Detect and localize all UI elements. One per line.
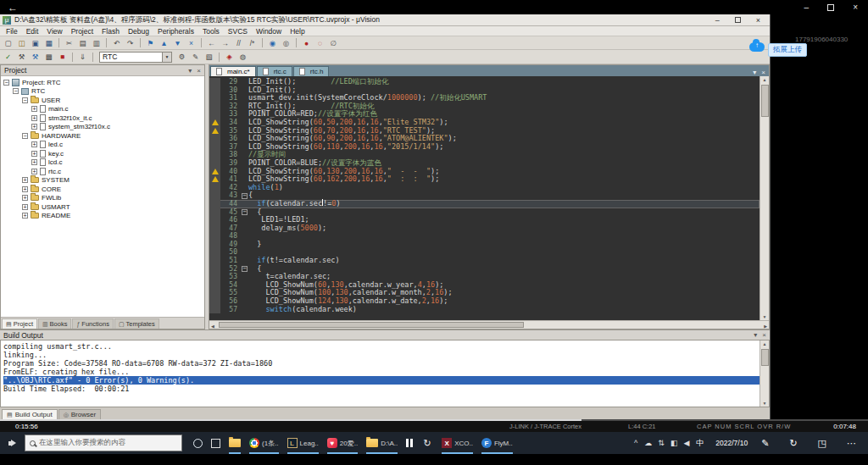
output-line[interactable]: compiling usmart_str.c...	[3, 342, 760, 351]
panel-tab-books[interactable]: ▥Books	[38, 318, 71, 329]
panel-close-icon[interactable]: ×	[762, 331, 766, 339]
player-pause-button[interactable]	[402, 432, 417, 454]
speaker-icon[interactable]	[8, 440, 16, 446]
comment-icon[interactable]: //	[232, 37, 245, 48]
editor-tab-main-c[interactable]: main.c*	[210, 66, 256, 76]
expander-icon[interactable]: +	[31, 159, 37, 165]
output-line[interactable]: Build Time Elapsed: 00:00:21	[3, 385, 760, 393]
expander-icon[interactable]: +	[22, 204, 28, 210]
collapse-icon[interactable]: −	[242, 209, 248, 215]
menu-window[interactable]: Window	[252, 27, 286, 36]
expander-icon[interactable]: +	[22, 177, 28, 183]
tray-cloud-icon[interactable]: ☁	[644, 439, 652, 447]
scroll-down-icon[interactable]: ▼	[763, 313, 767, 320]
code-line[interactable]: 47 delay_ms(5000);	[209, 224, 760, 233]
tree-item-user[interactable]: −USER	[1, 96, 204, 105]
tray-expand-icon[interactable]: ^	[634, 439, 637, 447]
code-line[interactable]: 48	[209, 232, 760, 241]
clear-bookmarks-icon[interactable]: ×	[185, 37, 198, 48]
ime-indicator[interactable]: 中	[696, 438, 704, 449]
scrollbar-thumb[interactable]	[761, 349, 769, 366]
menu-edit[interactable]: Edit	[22, 27, 43, 36]
cortana-button[interactable]	[189, 432, 207, 454]
menu-project[interactable]: Project	[67, 27, 97, 36]
disable-breakpoints-icon[interactable]: ◌	[314, 37, 326, 48]
scroll-left-icon[interactable]: ◀	[211, 323, 214, 329]
output-line[interactable]: "..\OBJ\RTC.axf" - 0 Error(s), 0 Warning…	[3, 376, 760, 385]
editor-close-icon[interactable]: ×	[761, 69, 765, 76]
code-line[interactable]: 42while(1)	[209, 184, 760, 192]
upload-button[interactable]: 拓展上传	[768, 43, 807, 57]
fullscreen-icon[interactable]: ◳	[818, 438, 826, 449]
expander-icon[interactable]: +	[31, 151, 37, 157]
tree-item-key-c[interactable]: +key.c	[1, 149, 204, 158]
expander-icon[interactable]: +	[22, 195, 28, 201]
tree-item-readme[interactable]: +README	[1, 212, 204, 221]
expander-icon[interactable]: +	[22, 213, 28, 219]
cut-icon[interactable]: ✂	[63, 37, 75, 48]
build-icon[interactable]: ⚒	[15, 52, 28, 63]
outdent-icon[interactable]: ←	[205, 37, 218, 48]
expander-icon[interactable]: +	[22, 186, 28, 192]
menu-debug[interactable]: Debug	[124, 27, 153, 36]
breakpoint-icon[interactable]: ●	[300, 37, 313, 48]
file-explorer-button[interactable]	[225, 432, 245, 454]
tray-sync-icon[interactable]: ⇅	[658, 439, 665, 447]
clear-breakpoints-icon[interactable]: ∅	[327, 37, 340, 48]
menu-file[interactable]: File	[2, 27, 22, 36]
maximize-icon[interactable]	[827, 4, 834, 11]
uncomment-icon[interactable]: /*	[246, 37, 259, 48]
tree-item-project-rtc[interactable]: −Project: RTC	[1, 78, 204, 87]
tree-item-led-c[interactable]: +led.c	[1, 141, 204, 150]
panel-close-icon[interactable]: ×	[197, 67, 201, 75]
rotate-icon[interactable]: ↻	[789, 438, 797, 449]
copy-icon[interactable]: ▤	[76, 37, 89, 48]
scroll-up-icon[interactable]: ▲	[763, 340, 767, 347]
panel-menu-icon[interactable]: ▾	[754, 331, 757, 339]
menu-tools[interactable]: Tools	[198, 27, 224, 36]
tree-item-main-c[interactable]: +main.c	[1, 105, 204, 114]
output-line[interactable]: FromELF: creating hex file...	[3, 368, 760, 376]
code-line[interactable]: 41LCD_ShowString(60,162,200,16,16," : : …	[209, 175, 760, 184]
task-view-button[interactable]	[207, 432, 225, 454]
editor-vertical-scrollbar[interactable]: ▲ ▼	[760, 76, 769, 320]
new-file-icon[interactable]: ▢	[2, 37, 14, 48]
chrome-button[interactable]: (1条..	[245, 432, 283, 454]
tree-item-system-stm32f10x-c[interactable]: +system_stm32f10x.c	[1, 123, 204, 132]
close-icon[interactable]: ×	[853, 3, 858, 12]
menu-help[interactable]: Help	[286, 27, 309, 36]
tray-display-icon[interactable]: ◧	[670, 439, 678, 447]
panel-tab-templates[interactable]: ▢Templates	[114, 318, 159, 329]
expander-icon[interactable]: +	[31, 169, 37, 174]
manage-components-icon[interactable]: ▧	[203, 52, 215, 63]
tree-item-hardware[interactable]: −HARDWARE	[1, 131, 204, 141]
explorer-da-button[interactable]: D:\A..	[362, 432, 402, 454]
expander-icon[interactable]: +	[31, 141, 37, 147]
menu-peripherals[interactable]: Peripherals	[153, 27, 198, 36]
minimize-icon[interactable]: –	[804, 3, 810, 12]
bottom-tab-browser[interactable]: ◎Browser	[58, 409, 101, 419]
editor-tab-rtc-h[interactable]: rtc.h	[293, 66, 330, 76]
expander-icon[interactable]: +	[31, 115, 37, 121]
xcom-button[interactable]: XXCO..	[437, 432, 477, 454]
indent-icon[interactable]: →	[219, 37, 231, 48]
scrollbar-thumb[interactable]	[761, 85, 769, 117]
code-line[interactable]: 49 }	[209, 241, 760, 249]
target-options-icon[interactable]: ⚙	[175, 52, 188, 63]
tree-item-lcd-c[interactable]: +lcd.c	[1, 158, 204, 168]
annotate-pencil-icon[interactable]: ✎	[761, 438, 769, 449]
output-line[interactable]: linking...	[3, 351, 760, 359]
panel-tab-project[interactable]: ▤Project	[2, 318, 37, 329]
player-loop-button[interactable]: ↻	[417, 432, 437, 454]
ide-close-icon[interactable]: ×	[756, 16, 760, 25]
find-in-files-icon[interactable]: ◎	[280, 37, 292, 48]
tab-list-icon[interactable]: ▾	[753, 69, 756, 76]
tree-item-rtc-c[interactable]: +rtc.c	[1, 167, 204, 176]
tree-item-rtc[interactable]: −RTC	[1, 87, 204, 97]
panel-tab-functions[interactable]: ƒFunctions	[72, 318, 113, 329]
editor-tab-rtc-c[interactable]: rtc.c	[257, 66, 292, 76]
bookmark-icon[interactable]: ⚑	[144, 37, 157, 48]
video-progress-bar[interactable]	[0, 419, 868, 421]
expander-icon[interactable]: −	[22, 133, 28, 139]
undo-icon[interactable]: ↶	[110, 37, 123, 48]
